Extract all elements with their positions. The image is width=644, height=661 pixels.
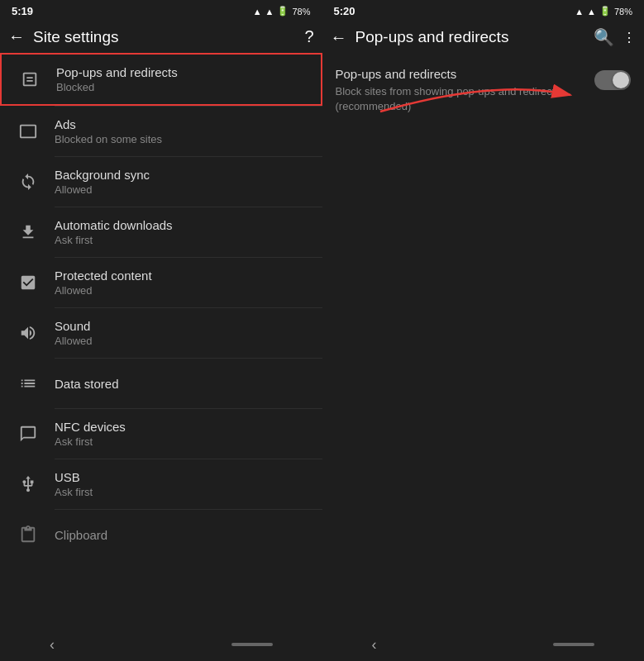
nfc-subtitle: Ask first	[55, 435, 126, 448]
data-stored-text: Data stored	[55, 377, 119, 391]
right-panel: 5:20 ▲ ▲ 🔋 78% ← Pop-ups and redirects 🔍…	[322, 0, 645, 661]
settings-item-data-stored[interactable]: Data stored	[0, 359, 322, 408]
usb-icon	[13, 469, 43, 499]
clipboard-icon	[13, 520, 43, 549]
sound-title: Sound	[55, 319, 93, 333]
usb-subtitle: Ask first	[55, 486, 93, 498]
left-top-bar: ← Site settings ?	[0, 21, 322, 53]
auto-downloads-title: Automatic downloads	[55, 218, 173, 232]
usb-text: USB Ask first	[55, 470, 93, 498]
right-home-bar[interactable]	[553, 643, 594, 646]
protected-content-icon	[13, 268, 43, 297]
left-panel: 5:19 ▲ ▲ 🔋 78% ← Site settings ? Pop-ups…	[0, 0, 322, 661]
right-nav-back[interactable]: ‹	[372, 636, 377, 654]
auto-downloads-text: Automatic downloads Ask first	[55, 218, 173, 246]
data-stored-title: Data stored	[55, 377, 119, 391]
settings-item-protected-content[interactable]: Protected content Allowed	[0, 258, 322, 307]
right-status-bar: 5:20 ▲ ▲ 🔋 78%	[322, 0, 645, 21]
left-bottom-nav: ‹	[0, 628, 322, 661]
left-status-bar: 5:19 ▲ ▲ 🔋 78%	[0, 0, 322, 21]
nfc-icon	[13, 419, 43, 449]
right-battery-percent: 78%	[614, 7, 632, 17]
ads-text: Ads Blocked on some sites	[55, 117, 162, 145]
protected-content-text: Protected content Allowed	[55, 269, 152, 297]
toggle-text-block: Pop-ups and redirects Block sites from s…	[336, 67, 585, 114]
settings-item-usb[interactable]: USB Ask first	[0, 459, 322, 509]
background-sync-icon	[13, 167, 43, 197]
background-sync-text: Background sync Allowed	[55, 168, 150, 196]
protected-content-subtitle: Allowed	[55, 284, 152, 297]
popups-title: Pop-ups and redirects	[56, 65, 178, 79]
settings-item-nfc[interactable]: NFC devices Ask first	[0, 409, 322, 459]
signal-icon: ▲	[265, 7, 274, 17]
settings-item-clipboard[interactable]: Clipboard	[0, 510, 322, 559]
settings-item-auto-downloads[interactable]: Automatic downloads Ask first	[0, 207, 322, 257]
right-back-button[interactable]: ←	[331, 28, 347, 47]
right-top-bar: ← Pop-ups and redirects 🔍 ⋮	[322, 21, 645, 54]
left-back-button[interactable]: ←	[8, 27, 25, 46]
data-stored-icon	[13, 369, 43, 398]
settings-item-popups[interactable]: Pop-ups and redirects Blocked	[0, 53, 322, 106]
left-settings-list: Pop-ups and redirects Blocked Ads Blocke…	[0, 53, 322, 628]
right-bottom-nav: ‹	[322, 628, 645, 661]
toggle-knob	[613, 72, 629, 88]
battery-icon: 🔋	[277, 6, 289, 17]
left-time: 5:19	[12, 5, 33, 17]
right-status-icons: ▲ ▲ 🔋 78%	[575, 6, 632, 17]
nfc-title: NFC devices	[55, 420, 126, 434]
right-signal-icon: ▲	[587, 7, 596, 17]
sound-subtitle: Allowed	[55, 335, 93, 347]
more-options-icon[interactable]: ⋮	[623, 30, 636, 45]
help-icon[interactable]: ?	[304, 27, 313, 46]
left-page-title: Site settings	[33, 28, 296, 46]
right-time: 5:20	[334, 5, 355, 17]
clipboard-title: Clipboard	[55, 528, 107, 542]
nfc-text: NFC devices Ask first	[55, 420, 126, 448]
background-sync-subtitle: Allowed	[55, 183, 150, 196]
ads-icon	[13, 117, 43, 146]
auto-downloads-subtitle: Ask first	[55, 234, 173, 246]
clipboard-text: Clipboard	[55, 528, 107, 542]
left-status-icons: ▲ ▲ 🔋 78%	[253, 6, 311, 17]
setting-toggle-item[interactable]: Pop-ups and redirects Block sites from s…	[322, 54, 645, 127]
battery-percent: 78%	[292, 7, 310, 17]
toggle-title: Pop-ups and redirects	[336, 67, 585, 81]
background-sync-title: Background sync	[55, 168, 150, 182]
right-wifi-icon: ▲	[575, 7, 584, 17]
settings-item-sound[interactable]: Sound Allowed	[0, 308, 322, 358]
left-home-bar[interactable]	[231, 643, 273, 646]
settings-item-background-sync[interactable]: Background sync Allowed	[0, 157, 322, 207]
toggle-setting-wrapper: Pop-ups and redirects Block sites from s…	[322, 54, 645, 127]
popups-text: Pop-ups and redirects Blocked	[56, 65, 178, 93]
right-battery-icon: 🔋	[599, 6, 611, 17]
right-page-title: Pop-ups and redirects	[355, 28, 586, 46]
left-nav-back[interactable]: ‹	[50, 636, 55, 654]
wifi-icon: ▲	[253, 7, 262, 17]
settings-item-ads[interactable]: Ads Blocked on some sites	[0, 107, 322, 156]
usb-title: USB	[55, 470, 93, 484]
auto-downloads-icon	[13, 217, 43, 247]
popups-subtitle: Blocked	[56, 81, 178, 93]
ads-title: Ads	[55, 117, 162, 131]
popups-icon	[15, 64, 45, 94]
protected-content-title: Protected content	[55, 269, 152, 283]
ads-subtitle: Blocked on some sites	[55, 133, 162, 145]
sound-icon	[13, 318, 43, 348]
toggle-subtitle: Block sites from showing pop-ups and red…	[336, 84, 585, 114]
search-icon[interactable]: 🔍	[594, 27, 614, 47]
toggle-switch[interactable]	[594, 70, 631, 90]
sound-text: Sound Allowed	[55, 319, 93, 347]
